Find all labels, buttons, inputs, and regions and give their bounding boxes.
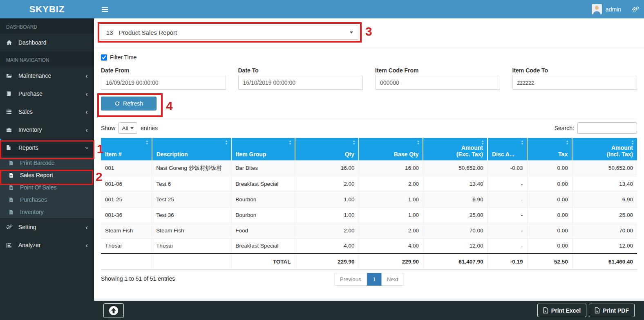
col-header-item-group[interactable]: ▲▼Item Group xyxy=(231,138,295,160)
annotation-label-3: 3 xyxy=(365,25,372,38)
submenu-item-sales-report[interactable]: Sales Report xyxy=(0,169,94,181)
filter-time-label: Filter Time xyxy=(110,54,136,61)
table-cell: 4.00 xyxy=(359,238,423,254)
top-navbar: admin xyxy=(94,0,644,18)
item-code-from-input[interactable] xyxy=(375,76,500,90)
report-name: Product Sales Report xyxy=(119,29,177,36)
total-row: TOTAL229.90229.9061,407.90-0.1952.5061,4… xyxy=(101,254,637,269)
settings-gears-icon[interactable] xyxy=(632,6,639,13)
user-menu[interactable]: admin xyxy=(592,4,621,14)
sidebar-item-label: Dashboard xyxy=(18,39,47,46)
table-row: ThosaiThosaiBreakfast Special4.004.0012.… xyxy=(101,238,637,254)
print-pdf-button[interactable]: Print PDF xyxy=(589,304,635,317)
previous-page-button[interactable]: Previous xyxy=(334,273,367,286)
table-cell: 2.00 xyxy=(359,223,423,238)
sidebar-item-analyzer[interactable]: Analyzer ‹ xyxy=(0,236,94,254)
sales-report-table: ▲▼Item # ▲▼Description ▲▼Item Group ▲▼Qt… xyxy=(94,138,644,270)
app-logo[interactable]: SKYBIZ xyxy=(0,0,94,18)
list-icon xyxy=(6,109,15,115)
table-cell: 70.00 xyxy=(572,223,637,238)
table-cell: 0.00 xyxy=(527,238,572,254)
table-cell: Bar Bites xyxy=(231,160,295,176)
sidebar-item-inventory[interactable]: Inventory ‹ xyxy=(0,121,94,139)
submenu-item-label: Sales Report xyxy=(20,172,53,178)
briefcase-icon xyxy=(6,127,15,133)
table-cell: 6.90 xyxy=(572,192,637,207)
sort-icon: ▲▼ xyxy=(225,140,228,145)
print-excel-button[interactable]: x Print Excel xyxy=(537,304,586,317)
sidebar-section-main: MAIN NAVIGATION xyxy=(0,52,94,67)
table-cell: -0.03 xyxy=(487,160,527,176)
sidebar-item-dashboard[interactable]: Dashboard xyxy=(0,34,94,52)
date-from-input[interactable] xyxy=(101,76,226,90)
sidebar-item-purchase[interactable]: Purchase ‹ xyxy=(0,85,94,103)
table-cell: Nasi Goreng 炒饭村炒饭村 xyxy=(152,160,231,176)
table-cell: 13.40 xyxy=(572,176,637,192)
col-header-amount-incl-tax[interactable]: ▲▼Amount (Incl. Tax) xyxy=(572,138,637,160)
bar-chart-icon xyxy=(6,243,15,248)
submenu-item-print-barcode[interactable]: Print Barcode xyxy=(0,157,94,169)
table-cell: 0.00 xyxy=(527,192,572,207)
col-header-amount-exc-tax[interactable]: ▲▼Amount (Exc. Tax) xyxy=(423,138,487,160)
table-cell: 2.00 xyxy=(295,176,359,192)
table-cell: 16.00 xyxy=(359,160,423,176)
sidebar-item-maintenance[interactable]: Maintenance ‹ xyxy=(0,67,94,85)
sort-icon: ▲▼ xyxy=(352,140,356,145)
report-type-select[interactable]: 13 Product Sales Report xyxy=(101,25,358,40)
submenu-item-purchases[interactable]: Purchases xyxy=(0,194,94,206)
table-cell: 50,652.00 xyxy=(572,160,637,176)
chevron-left-icon: ‹ xyxy=(85,242,88,249)
total-cell: 52.50 xyxy=(527,254,572,269)
table-cell: 70.00 xyxy=(423,223,487,238)
sort-icon: ▲▼ xyxy=(521,140,524,145)
submenu-item-label: Purchases xyxy=(20,196,47,203)
table-cell: - xyxy=(487,176,527,192)
avatar xyxy=(592,4,602,14)
sidebar-item-label: Analyzer xyxy=(18,242,40,248)
refresh-button[interactable]: Refresh xyxy=(101,97,157,110)
col-header-item[interactable]: ▲▼Item # xyxy=(101,138,152,160)
page-1-button[interactable]: 1 xyxy=(367,273,382,286)
search-input[interactable] xyxy=(577,122,637,134)
table-cell: 1.00 xyxy=(295,207,359,223)
item-code-from-label: Item Code From xyxy=(375,67,500,74)
footer-bar: x Print Excel Print PDF xyxy=(0,301,644,320)
sidebar-item-label: Setting xyxy=(18,224,36,230)
date-to-label: Date To xyxy=(238,67,363,74)
table-cell: 0.00 xyxy=(527,223,572,238)
col-header-base-qty[interactable]: ▲▼Base Qty xyxy=(359,138,423,160)
sidebar-item-reports[interactable]: Reports ‹ xyxy=(0,139,94,157)
submenu-item-inventory[interactable]: Inventory xyxy=(0,206,94,218)
col-header-qty[interactable]: ▲▼Qty xyxy=(295,138,359,160)
table-cell: 0.00 xyxy=(527,176,572,192)
table-cell: Test 25 xyxy=(152,192,231,207)
sidebar-item-label: Inventory xyxy=(18,126,42,133)
col-header-tax[interactable]: ▲▼Tax xyxy=(527,138,572,160)
table-row: 001-25Test 25Bourbon1.001.006.90-0.006.9… xyxy=(101,192,637,207)
sort-icon: ▲▼ xyxy=(631,140,634,145)
item-code-to-input[interactable] xyxy=(512,76,637,90)
chevron-down-icon: ‹ xyxy=(83,146,90,149)
home-icon xyxy=(6,40,15,45)
filter-time-checkbox[interactable] xyxy=(101,54,107,61)
col-header-description[interactable]: ▲▼Description xyxy=(152,138,231,160)
col-header-disc-amount[interactable]: ▲▼Disc A... xyxy=(487,138,527,160)
date-to-input[interactable] xyxy=(238,76,363,90)
table-cell: 6.90 xyxy=(423,192,487,207)
sidebar-item-sales[interactable]: Sales ‹ xyxy=(0,103,94,121)
search-label: Search: xyxy=(555,125,574,131)
annotation-label-4: 4 xyxy=(166,99,173,113)
file-text-icon xyxy=(9,197,17,203)
scroll-to-top-button[interactable] xyxy=(103,303,124,318)
table-cell: 25.00 xyxy=(572,207,637,223)
sidebar-item-setting[interactable]: Setting ‹ xyxy=(0,218,94,236)
entries-select[interactable]: All xyxy=(119,122,137,134)
table-cell: 25.00 xyxy=(423,207,487,223)
chevron-left-icon: ‹ xyxy=(85,108,88,115)
table-cell: 001 xyxy=(101,160,152,176)
submenu-item-point-of-sales[interactable]: Point Of Sales xyxy=(0,181,94,194)
sidebar-toggle-icon[interactable] xyxy=(100,5,110,14)
item-code-to-label: Item Code To xyxy=(512,67,637,74)
sidebar: SKYBIZ DASHBOARD Dashboard MAIN NAVIGATI… xyxy=(0,0,94,320)
next-page-button[interactable]: Next xyxy=(382,273,404,286)
